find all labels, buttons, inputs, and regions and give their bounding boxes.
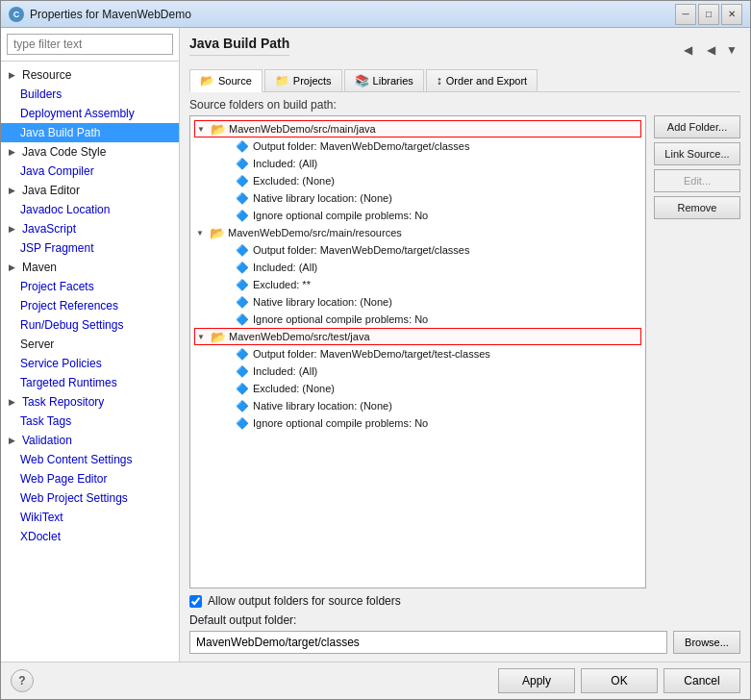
browse-button[interactable]: Browse... bbox=[673, 631, 740, 654]
sub-icon: 🔷 bbox=[235, 294, 250, 310]
tree-item-output-test[interactable]: 🔷 Output folder: MavenWebDemo/target/tes… bbox=[194, 345, 641, 362]
sidebar-item-web-page-editor[interactable]: Web Page Editor bbox=[1, 469, 179, 488]
sidebar-item-targeted-runtimes[interactable]: Targeted Runtimes bbox=[1, 373, 179, 392]
tab-source[interactable]: 📂 Source bbox=[189, 69, 263, 92]
tree-arrow: ▼ bbox=[196, 229, 210, 238]
add-folder-button[interactable]: Add Folder... bbox=[654, 115, 740, 138]
tree-item-label: Native library location: (None) bbox=[253, 400, 392, 412]
sidebar-item-javascript[interactable]: ▶JavaScript bbox=[1, 219, 179, 238]
footer-right: Apply OK Cancel bbox=[498, 668, 740, 693]
sidebar-item-java-compiler[interactable]: Java Compiler bbox=[1, 162, 179, 181]
tree-item-included-test[interactable]: 🔷 Included: (All) bbox=[194, 362, 641, 380]
close-button[interactable]: ✕ bbox=[721, 4, 742, 25]
sidebar-item-resource[interactable]: ▶Resource bbox=[1, 65, 179, 85]
tree-item-label: Excluded: (None) bbox=[253, 175, 335, 187]
sidebar-item-server[interactable]: Server bbox=[1, 335, 179, 354]
expand-arrow: ▶ bbox=[9, 436, 20, 445]
tree-item-excluded-main[interactable]: 🔷 Excluded: (None) bbox=[194, 172, 641, 189]
tree-item-label: Ignore optional compile problems: No bbox=[253, 210, 428, 221]
sidebar-item-validation[interactable]: ▶Validation bbox=[1, 431, 179, 450]
sidebar-item-web-project-settings[interactable]: Web Project Settings bbox=[1, 488, 179, 508]
back-button[interactable]: ◀ bbox=[677, 39, 698, 61]
sub-icon: 🔷 bbox=[235, 312, 250, 327]
tree-item-native-test[interactable]: 🔷 Native library location: (None) bbox=[194, 397, 641, 414]
projects-tab-icon: 📁 bbox=[275, 74, 289, 88]
sub-icon: 🔷 bbox=[235, 208, 250, 223]
tree-item-included-resources[interactable]: 🔷 Included: (All) bbox=[194, 259, 641, 276]
sub-icon: 🔷 bbox=[235, 156, 250, 171]
sidebar-item-service-policies[interactable]: Service Policies bbox=[1, 354, 179, 373]
maximize-button[interactable]: □ bbox=[698, 4, 719, 25]
tree-item-native-main[interactable]: 🔷 Native library location: (None) bbox=[194, 189, 641, 207]
tree-item-excluded-resources[interactable]: 🔷 Excluded: ** bbox=[194, 276, 641, 293]
tab-libraries-label: Libraries bbox=[373, 75, 413, 87]
sidebar-item-wikitext[interactable]: WikiText bbox=[1, 508, 179, 527]
tree-item-label: Included: (All) bbox=[253, 365, 317, 377]
tree-item-output-resources[interactable]: 🔷 Output folder: MavenWebDemo/target/cla… bbox=[194, 241, 641, 259]
sub-icon: 🔷 bbox=[235, 363, 250, 379]
sidebar-item-javadoc-location[interactable]: Javadoc Location bbox=[1, 200, 179, 219]
tree-item-output-main[interactable]: 🔷 Output folder: MavenWebDemo/target/cla… bbox=[194, 138, 641, 155]
tree-item-ignore-test[interactable]: 🔷 Ignore optional compile problems: No bbox=[194, 414, 641, 432]
nav-dropdown[interactable]: ▼ bbox=[723, 39, 740, 61]
sidebar-item-web-content-settings[interactable]: Web Content Settings bbox=[1, 450, 179, 469]
tab-bar: 📂 Source 📁 Projects 📚 Libraries ↕ Order … bbox=[189, 69, 740, 92]
tree-item-src-main-java[interactable]: ▼ 📂 MavenWebDemo/src/main/java bbox=[194, 120, 641, 138]
allow-output-checkbox[interactable] bbox=[189, 595, 202, 608]
tree-item-native-resources[interactable]: 🔷 Native library location: (None) bbox=[194, 293, 641, 311]
expand-arrow: ▶ bbox=[9, 70, 20, 80]
tree-item-excluded-test[interactable]: 🔷 Excluded: (None) bbox=[194, 380, 641, 397]
tab-projects[interactable]: 📁 Projects bbox=[264, 69, 342, 91]
apply-button[interactable]: Apply bbox=[498, 668, 575, 693]
tree-item-ignore-resources[interactable]: 🔷 Ignore optional compile problems: No bbox=[194, 311, 641, 328]
sidebar-item-run-debug-settings[interactable]: Run/Debug Settings bbox=[1, 315, 179, 335]
default-output-input[interactable] bbox=[189, 631, 667, 654]
tree-panel[interactable]: ▼ 📂 MavenWebDemo/src/main/java 🔷 Output … bbox=[189, 115, 646, 588]
filter-container bbox=[1, 28, 179, 62]
tab-source-label: Source bbox=[218, 75, 252, 87]
sidebar-item-java-editor[interactable]: ▶Java Editor bbox=[1, 181, 179, 200]
tree-item-src-test-java[interactable]: ▼ 📂 MavenWebDemo/src/test/java bbox=[194, 328, 641, 345]
tab-order-export-label: Order and Export bbox=[446, 75, 527, 87]
tree-item-label: Output folder: MavenWebDemo/target/class… bbox=[253, 140, 469, 152]
tab-libraries[interactable]: 📚 Libraries bbox=[344, 69, 424, 91]
help-button[interactable]: ? bbox=[11, 669, 34, 692]
sidebar-item-task-repository[interactable]: ▶Task Repository bbox=[1, 392, 179, 412]
minimize-button[interactable]: ─ bbox=[675, 4, 696, 25]
tree-item-label: Output folder: MavenWebDemo/target/class… bbox=[253, 244, 469, 256]
sidebar-item-project-facets[interactable]: Project Facets bbox=[1, 277, 179, 296]
panel-title: Java Build Path bbox=[189, 36, 289, 56]
filter-input[interactable] bbox=[7, 34, 173, 55]
tab-order-export[interactable]: ↕ Order and Export bbox=[426, 69, 538, 91]
sidebar-item-deployment-assembly[interactable]: Deployment Assembly bbox=[1, 104, 179, 123]
sidebar-item-jsp-fragment[interactable]: JSP Fragment bbox=[1, 238, 179, 258]
main-panel: Java Build Path ◀ ◀ ▼ 📂 Source 📁 Project… bbox=[180, 28, 750, 662]
sidebar-item-maven[interactable]: ▶Maven bbox=[1, 258, 179, 277]
sidebar-item-task-tags[interactable]: Task Tags bbox=[1, 412, 179, 431]
cancel-button[interactable]: Cancel bbox=[663, 668, 740, 693]
link-source-button[interactable]: Link Source... bbox=[654, 142, 740, 165]
sidebar-item-java-build-path[interactable]: Java Build Path bbox=[1, 123, 179, 142]
ok-button[interactable]: OK bbox=[581, 668, 658, 693]
remove-button[interactable]: Remove bbox=[654, 196, 740, 219]
tree-item-ignore-main[interactable]: 🔷 Ignore optional compile problems: No bbox=[194, 207, 641, 224]
tree-item-label: Ignore optional compile problems: No bbox=[253, 313, 428, 325]
sidebar-item-xdoclet[interactable]: XDoclet bbox=[1, 527, 179, 546]
folder-icon: 📂 bbox=[210, 225, 225, 240]
sidebar-item-project-references[interactable]: Project References bbox=[1, 296, 179, 315]
tree-arrow: ▼ bbox=[197, 333, 211, 341]
tree-item-included-main[interactable]: 🔷 Included: (All) bbox=[194, 155, 641, 172]
sidebar-item-builders[interactable]: Builders bbox=[1, 85, 179, 104]
title-bar: C Properties for MavenWebDemo ─ □ ✕ bbox=[1, 1, 750, 28]
source-label: Source folders on build path: bbox=[189, 98, 740, 112]
dialog-footer: ? Apply OK Cancel bbox=[1, 662, 750, 699]
tree-item-label: Ignore optional compile problems: No bbox=[253, 417, 428, 429]
forward-button[interactable]: ◀ bbox=[700, 39, 721, 61]
tree-item-label: Excluded: (None) bbox=[253, 383, 335, 394]
sidebar-item-java-code-style[interactable]: ▶Java Code Style bbox=[1, 142, 179, 162]
tree-item-src-main-resources[interactable]: ▼ 📂 MavenWebDemo/src/main/resources bbox=[194, 224, 641, 241]
edit-button[interactable]: Edit... bbox=[654, 169, 740, 192]
tree-item-label: MavenWebDemo/src/test/java bbox=[229, 331, 370, 342]
sub-icon: 🔷 bbox=[235, 381, 250, 396]
sub-icon: 🔷 bbox=[235, 190, 250, 206]
